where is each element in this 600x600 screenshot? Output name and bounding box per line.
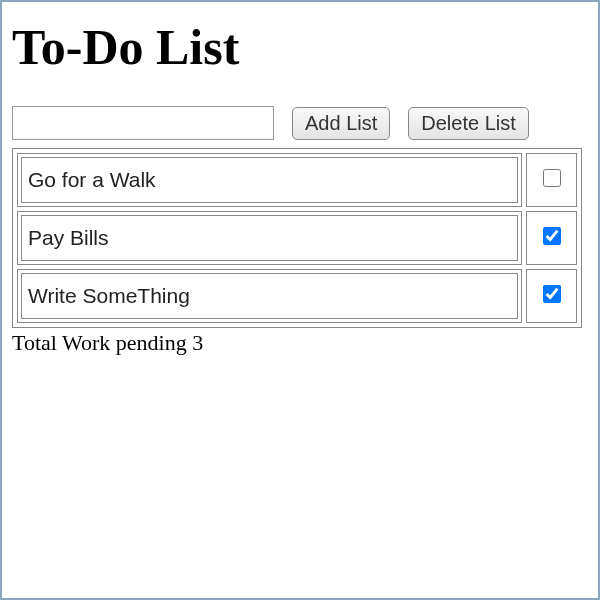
delete-list-button[interactable]: Delete List bbox=[408, 107, 529, 140]
task-label: Go for a Walk bbox=[21, 157, 518, 203]
task-cell: Write SomeThing bbox=[17, 269, 522, 323]
task-checkbox[interactable] bbox=[543, 169, 561, 187]
check-cell bbox=[526, 269, 577, 323]
check-cell bbox=[526, 153, 577, 207]
table-row: Write SomeThing bbox=[17, 269, 577, 323]
task-checkbox[interactable] bbox=[543, 227, 561, 245]
status-count: 3 bbox=[192, 330, 203, 355]
controls-row: Add List Delete List bbox=[12, 106, 588, 140]
task-cell: Pay Bills bbox=[17, 211, 522, 265]
task-cell: Go for a Walk bbox=[17, 153, 522, 207]
task-checkbox[interactable] bbox=[543, 285, 561, 303]
status-text: Total Work pending 3 bbox=[12, 330, 588, 356]
new-task-input[interactable] bbox=[12, 106, 274, 140]
table-row: Go for a Walk bbox=[17, 153, 577, 207]
app-frame: To-Do List Add List Delete List Go for a… bbox=[0, 0, 600, 600]
table-row: Pay Bills bbox=[17, 211, 577, 265]
add-list-button[interactable]: Add List bbox=[292, 107, 390, 140]
todo-table: Go for a Walk Pay Bills Write SomeThing bbox=[12, 148, 582, 328]
status-prefix: Total Work pending bbox=[12, 330, 192, 355]
task-label: Pay Bills bbox=[21, 215, 518, 261]
check-cell bbox=[526, 211, 577, 265]
page-title: To-Do List bbox=[12, 18, 588, 76]
task-label: Write SomeThing bbox=[21, 273, 518, 319]
